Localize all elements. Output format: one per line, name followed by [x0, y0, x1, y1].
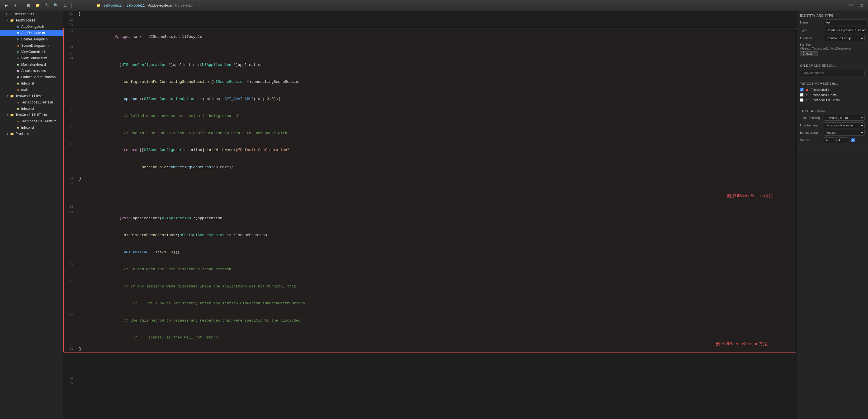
line-number	[64, 244, 78, 261]
fullpath-row: Full Path /Users/... TestXcode11 / AppDe…	[800, 43, 865, 56]
target-membership-title: Target Membershi...	[800, 82, 865, 86]
sidebar-label-tests-info: Info.plist	[21, 107, 34, 110]
main-container: ⬡ TestXcode11 📁 TestXcode11 h AppDelegat…	[0, 11, 868, 419]
line-content[interactable]	[78, 22, 796, 28]
toolbar-search-button[interactable]: 🔍	[52, 2, 60, 9]
line-content[interactable]	[78, 204, 796, 210]
m-file-icon: m	[16, 31, 20, 35]
sidebar-item-scenedelegate-h[interactable]: h SceneDelegate.h	[0, 36, 63, 42]
target-checkbox-2[interactable]	[800, 93, 804, 97]
sidebar-label-uitests-m: TestXcode11UITests.m	[21, 119, 57, 123]
table-row: didDiscardSceneSessions:(NSSet<UISceneSe…	[64, 227, 796, 244]
sidebar-item-tests-info[interactable]: ◼ Info.plist	[0, 105, 63, 112]
line-content[interactable]: - (void)application:(UIApplication *)app…	[78, 210, 796, 227]
choose-button[interactable]: Choose…	[800, 51, 818, 56]
table-row: 23	[63, 22, 796, 28]
line-content[interactable]	[78, 17, 796, 22]
line-content[interactable]: configurationForConnectingSceneSession:(…	[78, 73, 796, 91]
line-content[interactable]: options:(UISceneConnectionOptions *)opti…	[78, 90, 796, 107]
line-number: 21	[63, 11, 78, 17]
sidebar-item-launchscreen[interactable]: ◼ LaunchScreen.storyboard	[0, 74, 63, 80]
toolbar-split-button[interactable]: □	[858, 2, 866, 9]
line-content[interactable]: // scenes, as they will not return.	[78, 329, 796, 346]
indent-width-input[interactable]	[836, 137, 848, 143]
sidebar-item-uitests-m[interactable]: m TestXcode11UITests.m	[0, 118, 63, 124]
sidebar-item-main-storyboard[interactable]: ◼ Main.storyboard	[0, 61, 63, 68]
toolbar-warning-button[interactable]: ⚠	[61, 2, 69, 9]
line-content[interactable]: - (UISceneConfiguration *)application:(U…	[78, 56, 796, 73]
line-content[interactable]: #pragma mark - UISceneSession lifecycle	[78, 28, 796, 45]
target-checkbox-1[interactable]	[800, 88, 804, 91]
on-demand-search[interactable]	[800, 70, 865, 76]
tests-folder-icon: 📁	[10, 94, 14, 98]
line-content[interactable]: }	[78, 346, 796, 352]
breadcrumb-project[interactable]: TestXcode11	[102, 3, 122, 7]
line-endings-select[interactable]: No explicit line ending	[824, 122, 865, 128]
line-content[interactable]	[78, 45, 796, 51]
line-content[interactable]: // will be called shortly after applicat…	[78, 295, 796, 312]
sidebar-item-info-plist[interactable]: ◼ Info.plist	[0, 80, 63, 87]
line-content[interactable]: sessionRole:connectingSceneSession.role]…	[78, 159, 796, 176]
table-row: // scenes, as they will not return.	[64, 329, 796, 346]
indent-using-select[interactable]: Spaces	[824, 130, 865, 135]
line-content[interactable]: // Use this method to release any resour…	[78, 312, 796, 329]
sidebar-item-appdelegate-m[interactable]: m AppDelegate.m	[0, 30, 63, 36]
line-content[interactable]: 删掉UISceneSession方法	[78, 182, 796, 204]
toolbar-folder-button[interactable]: 📁	[34, 2, 41, 9]
tab-width-input[interactable]	[824, 137, 835, 143]
sidebar-item-appdelegate-h[interactable]: h AppDelegate.h	[0, 24, 63, 30]
table-row: 21 }	[63, 11, 796, 17]
widths-checkbox[interactable]	[851, 138, 855, 142]
line-number	[64, 159, 78, 176]
line-content[interactable]: // If any sessions were discarded while …	[78, 278, 796, 295]
location-select[interactable]: Relative to Group	[824, 35, 865, 41]
text-encoding-select[interactable]: Unicode (UTF-8)	[824, 115, 865, 121]
target-checkbox-3[interactable]	[800, 98, 804, 102]
line-content[interactable]: // Called when the user discards a scene…	[78, 261, 796, 278]
toolbar-run-button[interactable]: ▶	[2, 2, 10, 9]
sidebar-item-uitests-info[interactable]: ◼ Info.plist	[0, 124, 63, 131]
line-content[interactable]: }	[78, 176, 796, 182]
sidebar-item-assets[interactable]: ◼ Assets.xcassets	[0, 68, 63, 74]
target-row-3: □ TestXcode11UITests	[800, 98, 865, 102]
line-content[interactable]: }	[78, 11, 796, 17]
toolbar-stop-button[interactable]: ■	[11, 2, 20, 9]
breadcrumb-group[interactable]: TestXcode11	[125, 3, 145, 7]
table-row: 25	[64, 45, 796, 51]
sidebar-item-tests-m[interactable]: m TestXcode11Tests.m	[0, 99, 63, 105]
indent-using-label: Indent Using	[800, 131, 822, 134]
line-content[interactable]	[78, 51, 796, 56]
toolbar-layout-button[interactable]: ≡≡	[847, 2, 856, 9]
sidebar-item-main-m[interactable]: m main.m	[0, 87, 63, 93]
line-number: 28	[64, 107, 78, 125]
type-select[interactable]: Default - Objective-C Source	[824, 27, 868, 33]
sidebar-item-products[interactable]: 📁 Products	[0, 131, 63, 137]
line-number: 40	[63, 381, 78, 387]
name-input[interactable]	[824, 20, 867, 25]
sidebar-item-viewcontroller-m[interactable]: m ViewController.m	[0, 55, 63, 61]
line-number: 35	[64, 261, 78, 278]
sidebar-item-tests-group[interactable]: 📁 TestXcode11Tests	[0, 93, 63, 99]
line-content[interactable]: // Called when a new scene session is be…	[78, 107, 796, 125]
line-content[interactable]: didDiscardSceneSessions:(NSSet<UISceneSe…	[78, 227, 796, 244]
breadcrumb-selection: No Selection	[175, 3, 195, 7]
line-content[interactable]: // Use this method to select a configura…	[78, 124, 796, 141]
line-content[interactable]	[78, 381, 796, 387]
text-encoding-row: Text Encoding Unicode (UTF-8)	[800, 115, 865, 121]
nav-forward-button[interactable]: ›	[85, 2, 93, 9]
table-row: 29 // Use this method to select a config…	[64, 124, 796, 141]
sidebar-item-root[interactable]: ⬡ TestXcode11	[0, 11, 63, 17]
code-editor[interactable]: 21 } 22 23	[63, 11, 796, 419]
toolbar-scheme-button[interactable]: ⊞	[24, 2, 32, 9]
sidebar-item-testxcode11[interactable]: 📁 TestXcode11	[0, 17, 63, 24]
sidebar-item-viewcontroller-h[interactable]: h ViewController.h	[0, 49, 63, 55]
sidebar-item-scenedelegate-m[interactable]: m SceneDelegate.m	[0, 42, 63, 49]
sidebar-item-uitests-group[interactable]: 📁 TestXcode11UITests	[0, 112, 63, 118]
line-content[interactable]: API_AVAILABLE(ios(13.0)){	[78, 244, 796, 261]
breadcrumb-file[interactable]: AppDelegate.m	[148, 3, 172, 7]
table-row: 37 // Use this method to release any res…	[64, 312, 796, 329]
nav-back-button[interactable]: ‹	[76, 2, 84, 9]
line-content[interactable]: return [[UISceneConfiguration alloc] ini…	[78, 141, 796, 159]
toolbar-build-button[interactable]: 🔨	[43, 2, 51, 9]
line-content[interactable]	[78, 376, 796, 381]
